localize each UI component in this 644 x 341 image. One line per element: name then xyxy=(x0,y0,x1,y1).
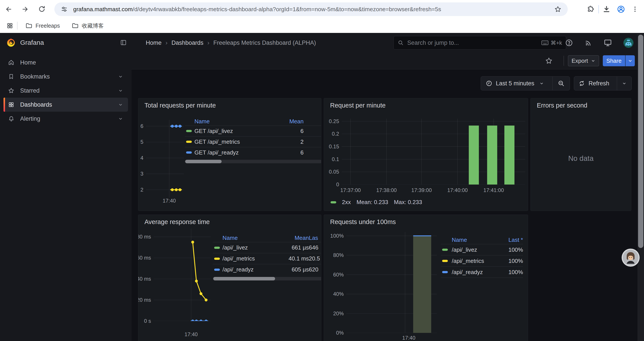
chevron-down-icon[interactable] xyxy=(118,116,123,121)
time-range-picker[interactable]: Last 5 minutes xyxy=(481,80,552,87)
legend-inline[interactable]: 2xxMean: 0.233Max: 0.233 xyxy=(330,199,422,206)
legend-scrollbar-thumb[interactable] xyxy=(185,160,222,163)
refresh-interval-dropdown[interactable] xyxy=(617,81,632,86)
legend-header-cell[interactable]: Las xyxy=(309,235,321,241)
tune-sliders-icon[interactable] xyxy=(60,5,68,14)
legend-header-cell[interactable]: Last * xyxy=(501,237,523,243)
no-data-message: No data xyxy=(531,154,631,163)
brand[interactable]: Grafana xyxy=(6,38,44,47)
url-bar[interactable]: grafana.mathmast.com/d/deytv4rwavabkb/fr… xyxy=(54,3,568,16)
legend-swatch xyxy=(185,130,194,132)
legend-series-name[interactable]: /api/_livez xyxy=(222,244,285,251)
panel-errors-per-second: Errors per second No data xyxy=(530,98,631,211)
sidebar-item-starred[interactable]: Starred xyxy=(4,84,128,98)
legend-header-cell[interactable]: Name xyxy=(194,118,284,125)
legend-series-row[interactable]: /api/_metrics100% xyxy=(441,255,523,266)
sidebar-item-home[interactable]: Home xyxy=(4,56,128,70)
news-rss-icon[interactable] xyxy=(584,39,592,47)
breadcrumb-home[interactable]: Home xyxy=(146,40,162,46)
floating-assistant-avatar[interactable] xyxy=(623,250,638,265)
y-axis-label: 5 xyxy=(138,139,143,145)
dock-sidebar-icon[interactable] xyxy=(120,39,127,46)
chart-area[interactable] xyxy=(154,228,211,321)
sidebar-item-bookmarks[interactable]: Bookmarks xyxy=(4,70,128,84)
page-scrollbar-thumb[interactable] xyxy=(638,35,643,248)
legend-series-row[interactable]: GET /api/_readyz6 xyxy=(185,147,321,158)
reload-icon[interactable] xyxy=(38,5,46,14)
favorite-star-icon[interactable] xyxy=(545,57,553,65)
share-button[interactable]: Share xyxy=(603,55,625,66)
share-dropdown-button[interactable] xyxy=(625,55,635,66)
data-point xyxy=(191,241,194,244)
breadcrumb-dashboards[interactable]: Dashboards xyxy=(172,40,204,46)
data-point xyxy=(171,125,174,128)
subheader-divider xyxy=(564,56,564,66)
search-input[interactable] xyxy=(407,39,542,47)
chevron-down-icon[interactable] xyxy=(118,88,123,93)
download-icon[interactable] xyxy=(602,5,611,14)
x-axis-label: 17:40 xyxy=(150,197,189,204)
data-point xyxy=(191,320,194,321)
zoom-out-button[interactable] xyxy=(552,80,570,87)
legend-series-name[interactable]: /api/_readyz xyxy=(452,269,501,276)
panel-title[interactable]: Request per minute xyxy=(330,102,386,109)
help-icon[interactable] xyxy=(565,39,573,47)
panel-title[interactable]: Requests under 100ms xyxy=(330,218,396,226)
forward-icon[interactable] xyxy=(21,5,29,14)
legend-series-row[interactable]: GET /api/_livez6 xyxy=(185,126,321,136)
legend-series-name[interactable]: /api/_metrics xyxy=(222,255,285,262)
chart-area[interactable] xyxy=(146,120,184,198)
legend-header-cell[interactable]: Mean xyxy=(284,118,304,125)
legend-scrollbar[interactable] xyxy=(185,160,321,163)
series-color-swatch xyxy=(186,141,192,143)
apps-grid-icon[interactable] xyxy=(6,22,14,30)
sidebar-item-dashboards[interactable]: Dashboards xyxy=(4,98,128,112)
panel-title[interactable]: Total requests per minute xyxy=(144,102,216,109)
legend-series-name[interactable]: /api/_metrics xyxy=(452,258,501,264)
refresh-button[interactable]: Refresh xyxy=(574,80,617,87)
chart-area[interactable] xyxy=(342,119,525,185)
y-axis-label: 2 xyxy=(138,187,143,193)
profile-icon[interactable] xyxy=(617,5,625,14)
legend-series-name[interactable]: /api/_readyz xyxy=(222,266,285,273)
legend-header-cell[interactable]: Name xyxy=(222,235,285,241)
sidebar-item-alerting[interactable]: Alerting xyxy=(4,112,128,126)
legend-series-name[interactable]: GET /api/_metrics xyxy=(194,138,284,145)
legend-series-name[interactable]: GET /api/_livez xyxy=(194,128,284,135)
search-shortcut: ⌘+k xyxy=(542,40,562,46)
bookmark-folder-blogs[interactable]: 收藏博客 xyxy=(68,21,107,31)
chevron-down-icon[interactable] xyxy=(118,102,123,107)
legend-scrollbar[interactable] xyxy=(213,277,321,280)
x-axis-label: 17:40 xyxy=(172,331,211,338)
legend-scrollbar-thumb[interactable] xyxy=(213,277,275,280)
monitor-icon[interactable] xyxy=(604,39,612,47)
legend-series-row[interactable]: /api/_readyz100% xyxy=(441,266,523,278)
legend-series-row[interactable]: /api/_readyz605 µs620 xyxy=(213,264,321,275)
bookmark-star-icon[interactable] xyxy=(554,5,562,14)
bar-cap xyxy=(413,235,431,236)
legend-series-name[interactable]: 2xx xyxy=(342,199,351,206)
chevron-down-icon[interactable] xyxy=(118,74,123,79)
panel-title[interactable]: Average response time xyxy=(144,218,210,226)
extensions-icon[interactable] xyxy=(586,5,595,14)
export-button[interactable]: Export xyxy=(568,55,599,66)
legend-series-row[interactable]: GET /api/_metrics2 xyxy=(185,136,321,147)
legend-header: NameLast * xyxy=(441,236,523,244)
legend-value: 20.5 r xyxy=(309,255,321,262)
legend-series-row[interactable]: /api/_livez661 µs646 xyxy=(213,242,321,253)
y-axis-label: 0.1 xyxy=(324,156,339,163)
bookmark-folder-freeleaps[interactable]: Freeleaps xyxy=(22,21,63,31)
legend-series-name[interactable]: GET /api/_readyz xyxy=(194,149,284,156)
menu-kebab-icon[interactable] xyxy=(631,5,639,14)
home-icon xyxy=(8,59,14,66)
panel-title[interactable]: Errors per second xyxy=(537,102,588,109)
legend-series-row[interactable]: /api/_livez100% xyxy=(441,244,523,255)
legend-series-name[interactable]: /api/_livez xyxy=(452,246,501,253)
user-avatar[interactable] xyxy=(624,38,634,48)
back-icon[interactable] xyxy=(4,5,13,14)
search-box[interactable]: ⌘+k xyxy=(394,36,566,50)
legend-header-cell[interactable]: Mean xyxy=(285,235,309,241)
legend-header-cell[interactable]: Name xyxy=(452,237,501,243)
legend-series-row[interactable]: /api/_metrics40.1 ms20.5 r xyxy=(213,253,321,264)
chart-area[interactable] xyxy=(346,232,437,333)
